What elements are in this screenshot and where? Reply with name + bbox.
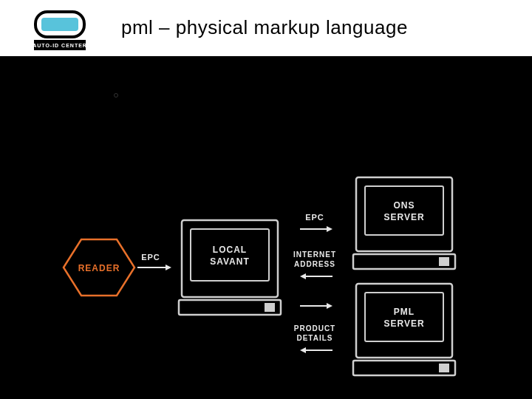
svg-rect-7 (191, 229, 269, 281)
pml-label-1: PML (394, 307, 415, 317)
svg-rect-9 (265, 303, 275, 312)
bullet-main: Language for describing physical objects (130, 86, 422, 106)
svg-rect-23 (365, 293, 443, 341)
local-savant-label-2: SAVANT (210, 256, 250, 267)
center-flows: EPC INTERNET ADDRESS PRODUCT DETAILS (293, 213, 336, 353)
bullet-dot-icon (114, 93, 118, 98)
flow-internet-1: INTERNET (293, 250, 336, 259)
ons-label-2: SERVER (383, 212, 424, 222)
local-savant-node: LOCAL SAVANT (179, 220, 281, 315)
ons-label-1: ONS (393, 200, 415, 211)
system-diagram: READER EPC LOCAL SAVANT EPC (47, 171, 485, 383)
ons-server-node: ONS SERVER (353, 177, 455, 269)
flow-product-2: DETAILS (296, 334, 332, 342)
svg-marker-15 (327, 303, 332, 309)
arrow-reader-to-savant: EPC (137, 253, 171, 270)
pml-server-node: PML SERVER (353, 284, 455, 375)
svg-rect-21 (439, 257, 449, 266)
flow-internet-2: ADDRESS (294, 260, 335, 268)
local-savant-label-1: LOCAL (213, 245, 247, 255)
bullet-block: Language for describing physical objects… (114, 86, 439, 126)
reader-label: READER (78, 263, 120, 273)
svg-marker-5 (166, 265, 171, 270)
svg-marker-17 (300, 347, 306, 353)
svg-marker-13 (300, 273, 306, 279)
bullet-sub: classification and categorization (134, 109, 439, 126)
svg-rect-25 (439, 364, 449, 372)
flow-epc: EPC (305, 213, 324, 222)
flow-product-1: PRODUCT (294, 324, 335, 332)
svg-rect-1 (41, 18, 78, 31)
logo-text: AUTO-ID CENTER (34, 43, 86, 48)
svg-rect-19 (365, 186, 443, 235)
slide-root: AUTO-ID CENTER pml – physical markup lan… (0, 0, 532, 399)
pml-label-2: SERVER (383, 318, 424, 329)
header: AUTO-ID CENTER pml – physical markup lan… (0, 0, 532, 56)
svg-marker-11 (327, 226, 332, 232)
reader-node: READER (64, 239, 134, 296)
auto-id-logo: AUTO-ID CENTER (34, 10, 86, 50)
page-title: pml – physical markup language (121, 16, 408, 39)
epc-label-1: EPC (141, 253, 160, 262)
